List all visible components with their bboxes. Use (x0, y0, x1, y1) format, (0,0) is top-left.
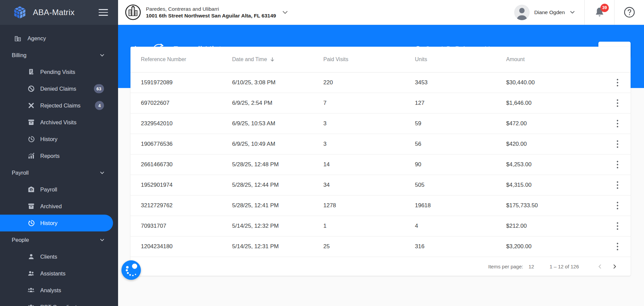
items-per-page-label: Items per page: (488, 264, 523, 269)
table-row[interactable]: 70931707 5/14/25, 12:32 PM 1 4 $212.00 (130, 216, 631, 236)
table-row[interactable]: 3212729762 5/28/25, 12:41 PM 1278 19618 … (130, 195, 631, 216)
row-actions-kebab-menu[interactable] (612, 118, 623, 129)
sidebar-item-rbt-coordinators[interactable]: RBT Coordinators (0, 299, 118, 306)
cell-datetime: 6/9/25, 10:49 AM (232, 141, 323, 147)
table-row[interactable]: 1204234180 5/14/25, 12:31 PM 25 316 $3,2… (130, 236, 631, 257)
chevron-right-icon (612, 264, 617, 269)
sidebar-section-billing[interactable]: Billing (0, 47, 118, 63)
next-page-button[interactable] (607, 260, 622, 273)
row-actions-kebab-menu[interactable] (612, 220, 623, 232)
notification-count-badge: 39 (600, 4, 609, 12)
row-actions-kebab-menu[interactable] (612, 138, 623, 150)
cell-datetime: 5/28/25, 12:44 PM (232, 182, 323, 188)
column-header-date-and-time[interactable]: Date and Time (232, 56, 323, 62)
sidebar-item-payroll[interactable]: $ Payroll (0, 181, 118, 198)
company-address: 1001 6th Street Northwest San Aguilar Al… (146, 12, 276, 19)
cell-reference: 1906776536 (141, 141, 232, 147)
chevron-down-icon (569, 9, 576, 15)
chevron-down-icon[interactable] (281, 9, 289, 16)
table-row[interactable]: 1906776536 6/9/25, 10:49 AM 3 56 $420.00 (130, 134, 631, 155)
cell-units: 19618 (415, 202, 506, 209)
svg-text:$: $ (31, 188, 32, 191)
sidebar-item-archived-visits[interactable]: Archived Visits (0, 114, 118, 131)
company-name: Paredes, Contreras and Ulibarri (146, 6, 276, 12)
app-title: ABA-Matrix (33, 8, 99, 17)
history-clock-icon (28, 135, 35, 143)
cell-datetime: 5/14/25, 12:32 PM (232, 223, 323, 229)
company-selector[interactable]: Paredes, Contreras and Ulibarri 1001 6th… (118, 4, 289, 20)
column-header-paid-visits[interactable]: Paid Visits (323, 56, 415, 62)
chevron-down-icon (100, 53, 105, 58)
cell-paid-visits: 220 (323, 79, 415, 86)
cell-datetime: 6/9/25, 10:53 AM (232, 120, 323, 127)
row-actions-kebab-menu[interactable] (612, 179, 623, 191)
group-people-icon (28, 303, 35, 306)
chat-spinner-icon (121, 260, 141, 280)
cell-paid-visits: 1278 (323, 202, 415, 209)
row-actions-kebab-menu[interactable] (612, 97, 623, 109)
cell-paid-visits: 14 (323, 161, 415, 168)
avatar (514, 5, 530, 20)
denied-claims-count-badge: 63 (94, 84, 104, 93)
help-button[interactable] (614, 0, 644, 25)
cell-datetime: 6/10/25, 3:08 PM (232, 79, 323, 86)
cell-amount: $175,733.50 (506, 202, 606, 209)
table-row[interactable]: 1952901974 5/28/25, 12:44 PM 34 505 $4,3… (130, 175, 631, 195)
cell-units: 56 (415, 141, 506, 147)
app-logo-cube-icon (12, 5, 28, 20)
sidebar-toggle-menu-icon[interactable] (99, 9, 108, 16)
cell-reference: 2329542010 (141, 120, 232, 127)
column-header-amount[interactable]: Amount (506, 56, 606, 62)
table-row[interactable]: 697022607 6/9/25, 2:54 PM 7 127 $1,646.0… (130, 93, 631, 114)
sidebar-item-clients[interactable]: Clients (0, 248, 118, 265)
sidebar-item-payroll-history-selected[interactable]: History (0, 215, 113, 231)
x-mark-icon (28, 102, 35, 109)
cell-paid-visits: 7 (323, 100, 415, 106)
sidebar-item-agency[interactable]: Agency (0, 30, 118, 47)
cell-amount: $4,253.00 (506, 161, 606, 168)
sidebar-item-pending-visits[interactable]: Pending Visits (0, 63, 118, 80)
row-actions-kebab-menu[interactable] (612, 200, 623, 211)
sidebar-section-people[interactable]: People (0, 231, 118, 248)
cell-amount: $1,646.00 (506, 100, 606, 106)
previous-page-button[interactable] (592, 260, 607, 273)
sidebar-item-rejected-claims[interactable]: Rejected Claims 4 (0, 97, 118, 114)
group-people-icon (28, 287, 35, 294)
chevron-down-icon (100, 237, 105, 243)
sidebar-nav: Agency Billing Pending Visits Denied Cla… (0, 25, 118, 306)
table-row[interactable]: 2661466730 5/28/25, 12:48 PM 14 90 $4,25… (130, 155, 631, 175)
chat-widget-button[interactable] (121, 260, 141, 280)
column-header-reference-number[interactable]: Reference Number (141, 56, 232, 62)
sidebar-item-assistants[interactable]: Assistants (0, 265, 118, 282)
sidebar-item-reports[interactable]: Reports (0, 147, 118, 164)
sidebar-item-billing-history[interactable]: History (0, 131, 118, 147)
page-range-label: 1 – 12 of 126 (549, 264, 579, 269)
company-info: Paredes, Contreras and Ulibarri 1001 6th… (146, 6, 276, 19)
cell-units: 316 (415, 243, 506, 250)
archive-box-icon (28, 119, 35, 126)
cell-paid-visits: 3 (323, 120, 415, 127)
row-actions-kebab-menu[interactable] (612, 159, 623, 170)
table-row[interactable]: 2329542010 6/9/25, 10:53 AM 3 59 $472.00 (130, 114, 631, 134)
sidebar-section-payroll[interactable]: Payroll (0, 164, 118, 181)
table-row[interactable]: 1591972089 6/10/25, 3:08 PM 220 3453 $30… (130, 73, 631, 93)
notifications-button[interactable]: 39 (585, 0, 614, 25)
question-mark-icon (624, 7, 635, 18)
top-right-cluster: Diane Ogden 39 (511, 0, 644, 25)
blocked-circle-icon (28, 85, 35, 92)
row-actions-kebab-menu[interactable] (612, 241, 623, 252)
rejected-claims-count-badge: 4 (95, 101, 104, 110)
sidebar-item-payroll-archived[interactable]: Archived (0, 198, 118, 215)
column-header-units[interactable]: Units (415, 56, 506, 62)
building-icon (14, 35, 21, 42)
cell-datetime: 5/28/25, 12:48 PM (232, 161, 323, 168)
top-bar: Paredes, Contreras and Ulibarri 1001 6th… (118, 0, 644, 25)
items-per-page-value[interactable]: 12 (529, 264, 534, 269)
row-actions-kebab-menu[interactable] (612, 77, 623, 88)
sidebar-item-analysts[interactable]: Analysts (0, 282, 118, 299)
cell-paid-visits: 25 (323, 243, 415, 250)
sidebar-item-denied-claims[interactable]: Denied Claims 63 (0, 80, 118, 97)
user-menu[interactable]: Diane Ogden (511, 5, 584, 20)
company-logo-icon (125, 4, 141, 20)
cell-units: 4 (415, 223, 506, 229)
